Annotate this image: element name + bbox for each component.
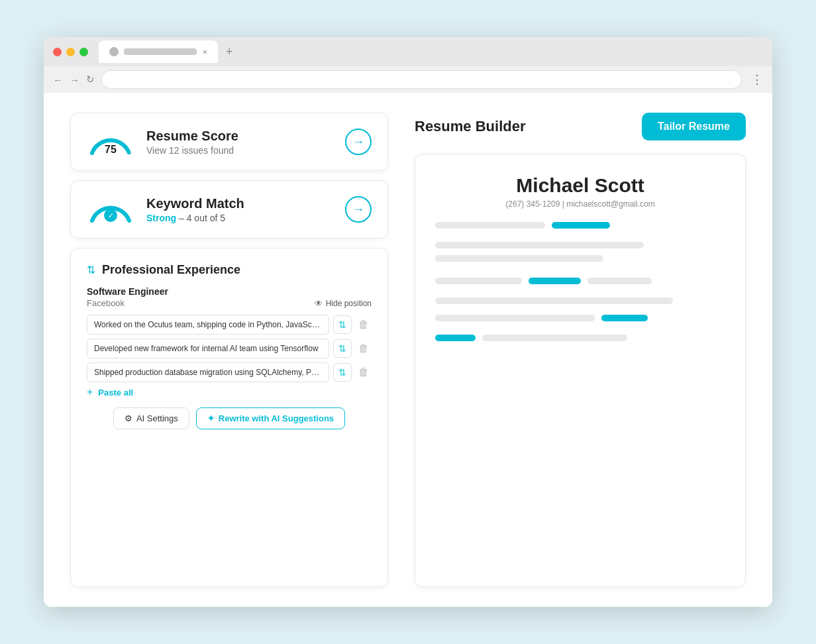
- bullet-move-3[interactable]: ⇅: [333, 363, 352, 382]
- bullet-row-2: Developed new framework for internal AI …: [87, 339, 372, 358]
- nav-forward-button[interactable]: →: [70, 74, 79, 85]
- company-name: Facebook: [87, 298, 125, 308]
- score-gauge: 75: [87, 128, 134, 156]
- keyword-check-icon: ✓: [104, 209, 117, 222]
- keyword-info: Keyword Match Strong – 4 out of 5: [146, 196, 333, 223]
- resume-builder-title: Resume Builder: [415, 118, 526, 135]
- maximize-traffic-light[interactable]: [79, 48, 88, 56]
- tab-close-button[interactable]: ×: [202, 47, 207, 57]
- score-arrow-button[interactable]: →: [345, 129, 372, 155]
- browser-window: × + ← → ↻ ⋮ 75 Resume Score: [44, 37, 772, 607]
- resume-contact: (267) 345-1209 | michaelscott@gmail.com: [435, 199, 725, 209]
- keyword-subtitle: Strong – 4 out of 5: [146, 213, 333, 223]
- skeleton-block-4b: [587, 278, 651, 284]
- score-number: 75: [105, 144, 117, 156]
- skeleton-accent-3: [601, 315, 648, 321]
- company-row: Facebook 👁 Hide position: [87, 298, 372, 308]
- skeleton-block-4a: [435, 278, 522, 284]
- experience-toggle-icon[interactable]: ⇅: [87, 264, 95, 276]
- professional-experience-card: ⇅ Professional Experience Software Engin…: [70, 248, 388, 587]
- score-subtitle: View 12 issues found: [146, 145, 333, 156]
- skeleton-block-3: [435, 255, 603, 262]
- eye-icon: 👁: [315, 299, 323, 308]
- browser-content: 75 Resume Score View 12 issues found →: [44, 93, 772, 607]
- skeleton-accent-2: [529, 278, 581, 284]
- minimize-traffic-light[interactable]: [66, 48, 75, 56]
- keyword-arrow-icon: →: [352, 203, 364, 217]
- skeleton-line-3: [435, 315, 725, 328]
- skeleton-block-7: [482, 335, 627, 341]
- right-header: Resume Builder Tailor Resume: [415, 113, 746, 140]
- paste-all-button[interactable]: Paste all: [98, 388, 133, 398]
- keyword-arrow-button[interactable]: →: [345, 196, 372, 223]
- skeleton-accent-1: [552, 222, 610, 229]
- skeleton-block-6a: [435, 315, 595, 321]
- skeleton-line-1: [435, 222, 725, 235]
- skeleton-block-1a: [435, 222, 545, 229]
- experience-actions: ⚙ AI Settings ✦ Rewrite with AI Suggesti…: [87, 407, 372, 429]
- score-title: Resume Score: [146, 129, 333, 144]
- left-panel: 75 Resume Score View 12 issues found →: [70, 113, 388, 587]
- experience-header: ⇅ Professional Experience: [87, 263, 372, 277]
- resume-name: Michael Scott: [435, 174, 725, 197]
- rewrite-icon: ✦: [207, 413, 215, 423]
- browser-menu-button[interactable]: ⋮: [751, 72, 763, 87]
- skeleton-line-4: [435, 335, 725, 348]
- experience-title: Professional Experience: [102, 263, 240, 277]
- resume-preview: Michael Scott (267) 345-1209 | michaelsc…: [415, 154, 746, 587]
- tab-favicon: [109, 47, 119, 56]
- close-traffic-light[interactable]: [53, 48, 62, 56]
- ai-settings-button[interactable]: ⚙ AI Settings: [113, 407, 189, 429]
- rewrite-ai-button[interactable]: ✦ Rewrite with AI Suggestions: [196, 407, 345, 429]
- keyword-strong: Strong: [146, 213, 176, 223]
- keyword-count: – 4 out of 5: [176, 213, 225, 223]
- job-title: Software Engineer: [87, 286, 372, 297]
- nav-refresh-button[interactable]: ↻: [86, 74, 95, 85]
- tailor-resume-button[interactable]: Tailor Resume: [642, 113, 746, 140]
- bullet-text-3: Shipped production database migration us…: [87, 362, 329, 382]
- keyword-match-card: ✓ Keyword Match Strong – 4 out of 5 →: [70, 180, 388, 239]
- bullet-row-1: Worked on the Oculus team, shipping code…: [87, 315, 372, 335]
- resume-score-card: 75 Resume Score View 12 issues found →: [70, 113, 388, 171]
- score-arrow-icon: →: [352, 135, 364, 149]
- nav-back-button[interactable]: ←: [53, 74, 63, 85]
- tab-title-bar: [124, 48, 197, 55]
- skeleton-block-5: [435, 297, 673, 304]
- new-tab-button[interactable]: +: [226, 45, 233, 59]
- bullet-delete-2[interactable]: 🗑: [356, 341, 372, 356]
- traffic-lights: [53, 48, 88, 56]
- keyword-title: Keyword Match: [146, 196, 333, 211]
- hide-position-button[interactable]: 👁 Hide position: [315, 299, 372, 308]
- bullet-delete-1[interactable]: 🗑: [356, 317, 372, 333]
- paste-row: + Paste all: [87, 386, 372, 398]
- browser-titlebar: × +: [44, 37, 772, 66]
- keyword-gauge: ✓: [87, 195, 134, 223]
- ai-settings-label: AI Settings: [136, 413, 178, 423]
- skeleton-accent-4: [435, 335, 476, 341]
- browser-toolbar: ← → ↻ ⋮: [44, 66, 772, 93]
- bullet-move-1[interactable]: ⇅: [333, 315, 352, 334]
- skeleton-line-2: [435, 278, 725, 291]
- bullet-move-2[interactable]: ⇅: [333, 339, 352, 358]
- right-panel: Resume Builder Tailor Resume Michael Sco…: [415, 113, 746, 587]
- bullet-row-3: Shipped production database migration us…: [87, 362, 372, 382]
- settings-icon: ⚙: [125, 413, 132, 423]
- skeleton-block-2: [435, 242, 644, 248]
- bullet-text-1: Worked on the Oculus team, shipping code…: [87, 315, 329, 335]
- score-info: Resume Score View 12 issues found: [146, 129, 333, 156]
- hide-position-label: Hide position: [326, 299, 372, 308]
- rewrite-label: Rewrite with AI Suggestions: [219, 413, 334, 423]
- bullet-text-2: Developed new framework for internal AI …: [87, 339, 329, 358]
- paste-plus-icon[interactable]: +: [87, 386, 93, 398]
- bullet-delete-3[interactable]: 🗑: [356, 364, 372, 380]
- browser-tab[interactable]: ×: [99, 40, 218, 63]
- address-bar[interactable]: [101, 70, 742, 89]
